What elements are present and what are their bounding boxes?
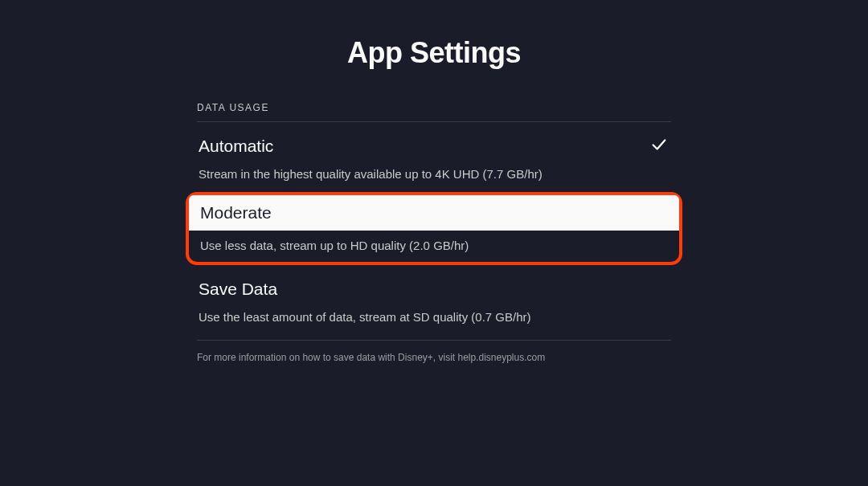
option-description: Use less data, stream up to HD quality (… — [189, 239, 679, 252]
section-header-data-usage: DATA USAGE — [197, 102, 671, 122]
option-description: Use the least amount of data, stream at … — [197, 310, 671, 324]
page-title: App Settings — [347, 36, 521, 70]
option-description: Stream in the highest quality available … — [197, 167, 671, 181]
option-automatic[interactable]: Automatic Stream in the highest quality … — [197, 122, 671, 192]
settings-panel: DATA USAGE Automatic Stream in the highe… — [197, 102, 671, 363]
option-title: Automatic — [199, 137, 273, 156]
option-title: Moderate — [200, 203, 272, 223]
option-title: Save Data — [199, 280, 277, 299]
footer-note: For more information on how to save data… — [197, 340, 671, 363]
check-icon — [650, 136, 668, 157]
option-moderate[interactable]: Moderate Use less data, stream up to HD … — [186, 192, 682, 265]
option-save-data[interactable]: Save Data Use the least amount of data, … — [197, 265, 671, 335]
